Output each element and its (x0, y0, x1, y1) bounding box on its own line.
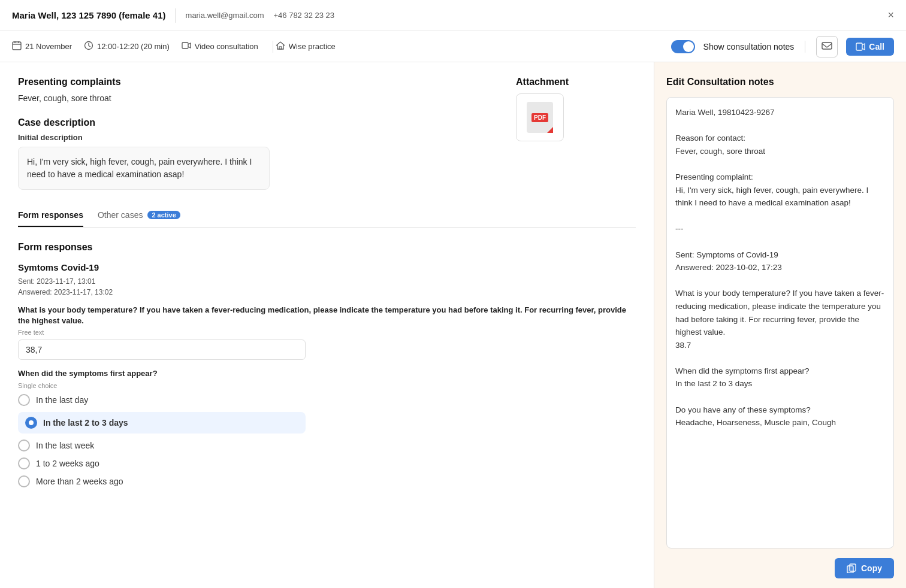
attachment-section: Attachment PDF (516, 77, 636, 190)
message-button[interactable] (816, 36, 838, 57)
sub-header: 21 November 12:00-12:20 (20 min) Video c… (0, 31, 906, 62)
presenting-complaints-section: Presenting complaints Fever, cough, sore… (18, 77, 492, 190)
svg-rect-9 (822, 43, 832, 49)
pdf-attachment[interactable]: PDF (516, 93, 564, 141)
question2-type: Single choice (18, 382, 636, 389)
attachment-title: Attachment (516, 77, 636, 87)
question1-answer: 38,7 (18, 340, 306, 360)
header-phone: +46 782 32 23 23 (274, 11, 335, 20)
header-separator (176, 8, 176, 23)
radio-circle (18, 457, 30, 469)
video-icon (182, 41, 191, 51)
radio-label: In the last day (36, 395, 88, 405)
consultation-notes-textarea[interactable] (666, 97, 894, 548)
date-item: 21 November (12, 41, 72, 52)
call-label: Call (869, 42, 884, 51)
sub-header-actions: Show consultation notes Call (671, 36, 894, 57)
copy-label: Copy (861, 563, 882, 573)
svg-rect-10 (856, 43, 862, 50)
tab-form-responses-label: Form responses (18, 210, 83, 220)
clock-icon (84, 41, 93, 52)
radio-circle (18, 394, 30, 406)
right-panel-footer: Copy (666, 558, 894, 578)
pdf-badge: PDF (531, 113, 548, 122)
question1-text: What is your body temperature? If you ha… (18, 305, 636, 326)
tab-other-cases[interactable]: Other cases 2 active (98, 204, 180, 227)
show-notes-toggle[interactable] (671, 40, 695, 53)
sub-header-divider2 (805, 41, 805, 53)
right-panel: Edit Consultation notes Copy (654, 62, 906, 588)
practice-label: Wise practice (289, 42, 336, 51)
header: Maria Well, 123 125 7890 (female 41) mar… (0, 0, 906, 31)
date-label: 21 November (25, 42, 72, 51)
home-icon (276, 41, 285, 52)
svg-rect-7 (182, 43, 188, 49)
time-label: 12:00-12:20 (20 min) (97, 42, 170, 51)
consultation-type-label: Video consultation (195, 42, 258, 51)
radio-label: In the last week (36, 441, 94, 450)
initial-description-box: Hi, I'm very sick, high fever, cough, pa… (18, 147, 270, 190)
form-responses-section-title: Form responses (18, 242, 636, 253)
radio-circle (25, 417, 37, 429)
question2-options: In the last dayIn the last 2 to 3 daysIn… (18, 394, 636, 487)
tab-other-cases-label: Other cases (98, 210, 143, 220)
radio-label: More than 2 weeks ago (36, 477, 123, 486)
show-notes-label: Show consultation notes (703, 42, 795, 51)
top-section: Presenting complaints Fever, cough, sore… (18, 77, 636, 190)
initial-desc-label: Initial description (18, 133, 492, 142)
svg-rect-0 (13, 42, 21, 50)
radio-option[interactable]: In the last day (18, 394, 306, 406)
tab-form-responses[interactable]: Form responses (18, 204, 83, 227)
question2-text: When did the symptoms first appear? (18, 368, 636, 379)
header-email: maria.well@gmail.com (186, 11, 264, 20)
close-icon[interactable]: × (887, 9, 894, 22)
svg-line-6 (89, 46, 90, 47)
radio-label: In the last 2 to 3 days (43, 418, 128, 428)
case-description-title: Case description (18, 117, 492, 128)
consultation-type-item: Video consultation (182, 41, 258, 51)
left-panel: Presenting complaints Fever, cough, sore… (0, 62, 654, 588)
copy-button[interactable]: Copy (835, 558, 894, 578)
radio-option[interactable]: In the last 2 to 3 days (18, 412, 306, 434)
practice-item: Wise practice (276, 41, 336, 52)
form-answered: Answered: 2023-11-17, 13:02 (18, 288, 636, 296)
edit-notes-title: Edit Consultation notes (666, 77, 894, 87)
form-name: Symtoms Covid-19 (18, 262, 636, 272)
radio-option[interactable]: In the last week (18, 440, 306, 451)
radio-option[interactable]: More than 2 weeks ago (18, 475, 306, 487)
presenting-complaints-title: Presenting complaints (18, 77, 492, 87)
radio-option[interactable]: 1 to 2 weeks ago (18, 457, 306, 469)
radio-circle (18, 440, 30, 451)
tabs-bar: Form responses Other cases 2 active (18, 204, 636, 228)
pdf-icon: PDF (527, 102, 553, 133)
question1-type: Free text (18, 329, 636, 336)
presenting-complaints-text: Fever, cough, sore throat (18, 93, 492, 103)
main-layout: Presenting complaints Fever, cough, sore… (0, 62, 906, 588)
radio-label: 1 to 2 weeks ago (36, 459, 99, 468)
call-button[interactable]: Call (846, 38, 894, 56)
time-item: 12:00-12:20 (20 min) (84, 41, 170, 52)
header-title: Maria Well, 123 125 7890 (female 41) (12, 10, 166, 20)
form-sent: Sent: 2023-11-17, 13:01 (18, 277, 636, 286)
svg-rect-8 (279, 47, 282, 49)
sub-header-divider (273, 41, 273, 53)
svg-rect-12 (847, 566, 853, 573)
other-cases-badge: 2 active (147, 211, 180, 219)
radio-circle (18, 475, 30, 487)
pdf-corner-decoration (547, 127, 553, 133)
calendar-icon (12, 41, 22, 52)
